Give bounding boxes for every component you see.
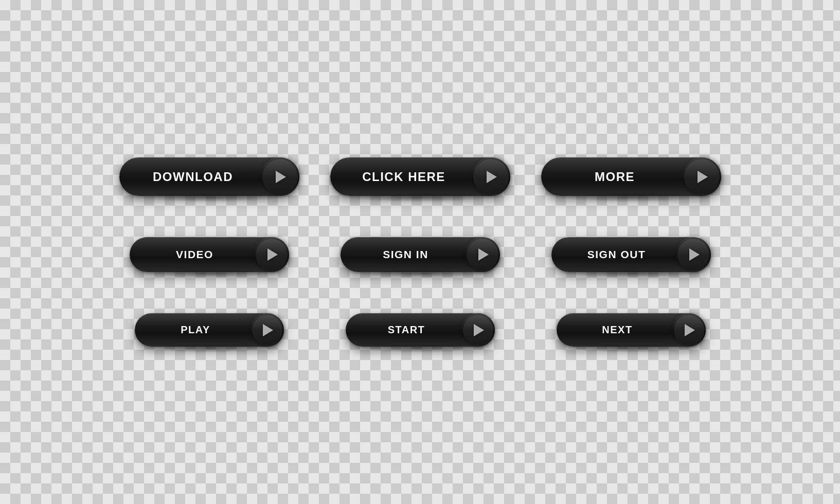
sign-in-arrow-icon [478, 248, 489, 261]
more-button[interactable]: MORE [541, 157, 721, 196]
button-wrap-video: VIDEO [130, 237, 289, 272]
start-arrow-icon [474, 324, 484, 336]
more-label: MORE [541, 170, 683, 184]
button-wrap-play: PLAY [135, 313, 284, 347]
play-arrow-icon [263, 324, 273, 336]
click-here-arrow-icon [487, 171, 497, 183]
sign-in-button[interactable]: SIGN IN [341, 237, 500, 272]
button-grid: DOWNLOADCLICK HEREMOREVIDEOSIGN INSIGN O… [78, 127, 762, 377]
sign-out-play-icon [676, 237, 711, 272]
video-arrow-icon [267, 248, 278, 261]
click-here-button[interactable]: CLICK HERE [330, 157, 510, 196]
more-play-icon [683, 157, 721, 196]
sign-in-label: SIGN IN [341, 248, 465, 261]
sign-out-arrow-icon [689, 248, 700, 261]
sign-in-play-icon [465, 237, 500, 272]
video-label: VIDEO [130, 248, 254, 261]
button-wrap-start: START [346, 313, 495, 347]
download-button[interactable]: DOWNLOAD [119, 157, 299, 196]
start-play-icon [461, 313, 495, 347]
next-button[interactable]: NEXT [557, 313, 706, 347]
download-arrow-icon [276, 171, 286, 183]
start-label: START [346, 324, 461, 336]
button-wrap-download: DOWNLOAD [119, 157, 299, 196]
start-button[interactable]: START [346, 313, 495, 347]
download-label: DOWNLOAD [119, 170, 261, 184]
sign-out-label: SIGN OUT [551, 248, 676, 261]
button-wrap-click-here: CLICK HERE [330, 157, 510, 196]
click-here-play-icon [472, 157, 510, 196]
next-arrow-icon [685, 324, 695, 336]
button-wrap-next: NEXT [557, 313, 706, 347]
next-label: NEXT [557, 324, 672, 336]
download-play-icon [261, 157, 299, 196]
video-play-icon [254, 237, 289, 272]
play-play-icon [251, 313, 284, 347]
next-play-icon [672, 313, 706, 347]
click-here-label: CLICK HERE [330, 170, 472, 184]
play-button[interactable]: PLAY [135, 313, 284, 347]
sign-out-button[interactable]: SIGN OUT [551, 237, 711, 272]
video-button[interactable]: VIDEO [130, 237, 289, 272]
play-label: PLAY [135, 324, 251, 336]
button-wrap-sign-out: SIGN OUT [551, 237, 711, 272]
button-wrap-more: MORE [541, 157, 721, 196]
button-wrap-sign-in: SIGN IN [341, 237, 500, 272]
more-arrow-icon [698, 171, 708, 183]
